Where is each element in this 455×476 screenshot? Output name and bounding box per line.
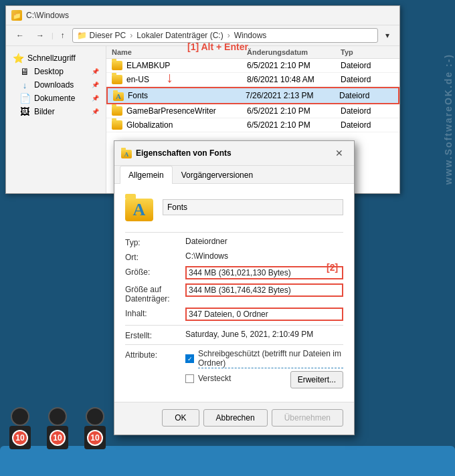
file-name-cell: GameBarPresenceWriter xyxy=(112,106,247,116)
table-row[interactable]: GameBarPresenceWriter 6/5/2021 2:10 PM D… xyxy=(106,104,399,118)
big-folder-icon: A xyxy=(125,193,153,221)
sidebar: ⭐ Schnellzugriff 🖥 Desktop 📌 ↓ Downloads… xyxy=(6,46,106,193)
cartoon-head-1 xyxy=(11,407,29,426)
dokumente-icon: 📄 xyxy=(19,94,30,103)
table-row[interactable]: ELAMBKUP 6/5/2021 2:10 PM Dateiord xyxy=(106,59,399,73)
prop-label-erstellt: Erstellt: xyxy=(125,330,185,340)
sidebar-item-downloads[interactable]: ↓ Downloads 📌 xyxy=(9,78,103,92)
file-name-label: Globalization xyxy=(126,120,173,130)
advanced-button[interactable]: Erweitert... xyxy=(290,371,343,388)
properties-dialog: A Eigenschaften von Fonts ✕ Allgemein Vo… xyxy=(114,140,355,435)
file-type: Dateiord xyxy=(341,61,394,70)
checkbox-hidden[interactable] xyxy=(185,374,194,383)
prop-row-erstellt: Erstellt: Saturday, June 5, 2021, 2:10:4… xyxy=(125,330,343,340)
bilder-icon: 🖼 xyxy=(19,107,30,116)
prop-row-ort: Ort: C:\Windows xyxy=(125,251,343,262)
sidebar-item-desktop[interactable]: 🖥 Desktop 📌 xyxy=(9,65,103,78)
hidden-row: Versteckt Erweitert... xyxy=(185,371,343,388)
sidebar-item-schnellzugriff[interactable]: ⭐ Schnellzugriff xyxy=(9,51,103,65)
watermark: www.SoftwareOK.de :-) xyxy=(443,53,454,185)
divider-3 xyxy=(125,344,343,345)
table-row[interactable]: en-US 8/6/2021 10:48 AM Dateiord xyxy=(106,73,399,87)
file-name-cell: A Fonts xyxy=(113,90,246,101)
back-button[interactable]: ← xyxy=(11,28,29,43)
breadcrumb-dropdown[interactable]: ▾ xyxy=(381,28,394,43)
prop-value-type: Dateiordner xyxy=(185,237,343,246)
prop-value-ort: C:\Windows xyxy=(185,251,343,261)
file-type: Dateiord xyxy=(339,91,393,100)
prop-row-groesse: Größe: 344 MB (361,021,130 Bytes) xyxy=(125,266,343,279)
breadcrumb-2[interactable]: Lokaler Datenträger (C:) xyxy=(136,31,223,40)
dialog-close-button[interactable]: ✕ xyxy=(331,146,347,160)
cartoon-figure-1: 10 xyxy=(9,407,31,449)
file-date: 7/26/2021 2:13 PM xyxy=(246,91,339,100)
table-surface xyxy=(0,446,455,476)
cancel-button[interactable]: Abbrechen xyxy=(203,409,268,427)
sidebar-label-desktop: Desktop xyxy=(34,67,64,76)
attr-readonly-row: ✓ Schreibgeschützt (betrifft nur Dateien… xyxy=(185,349,343,368)
col-type[interactable]: Typ xyxy=(341,48,394,56)
prop-value-groesse: 344 MB (361,021,130 Bytes) xyxy=(185,266,343,279)
breadcrumb-1[interactable]: Dieser PC xyxy=(90,31,126,40)
pin-icon-3: 📌 xyxy=(92,95,99,102)
ok-button[interactable]: OK xyxy=(162,409,199,427)
desktop-icon: 🖥 xyxy=(19,67,30,76)
tab-allgemein[interactable]: Allgemein xyxy=(120,166,173,184)
prop-value-inhalt: 347 Dateien, 0 Ordner xyxy=(185,308,343,321)
sidebar-label-dokumente: Dokumente xyxy=(34,94,75,103)
downloads-icon: ↓ xyxy=(19,80,30,90)
folder-title-icon: 📁 xyxy=(11,10,22,21)
file-name-label: Fonts xyxy=(128,91,148,100)
prop-row-inhalt: Inhalt: 347 Dateien, 0 Ordner xyxy=(125,308,343,321)
prop-label-ort: Ort: xyxy=(125,251,185,262)
tab-vorgaengerversionen[interactable]: Vorgängerversionen xyxy=(173,166,262,184)
prop-label-type: Typ: xyxy=(125,237,185,247)
folder-icon xyxy=(112,120,122,130)
star-icon: ⭐ xyxy=(13,53,23,63)
up-button[interactable]: ↑ xyxy=(56,28,70,43)
attr-hidden-row: Versteckt xyxy=(185,374,231,383)
folder-name-input[interactable] xyxy=(163,199,343,215)
checkbox-readonly[interactable]: ✓ xyxy=(185,354,194,363)
table-row-fonts[interactable]: A Fonts 7/26/2021 2:13 PM Dateiord xyxy=(106,87,399,104)
file-date: 6/5/2021 2:10 PM xyxy=(247,120,341,130)
folder-icon xyxy=(112,61,122,70)
sidebar-item-dokumente[interactable]: 📄 Dokumente 📌 xyxy=(9,92,103,105)
readonly-label: Schreibgeschützt (betrifft nur Dateien i… xyxy=(198,349,343,368)
cartoon-body-1: 10 xyxy=(9,426,31,449)
file-name-label: GameBarPresenceWriter xyxy=(126,106,216,116)
prop-value-erstellt: Saturday, June 5, 2021, 2:10:49 PM xyxy=(185,330,343,339)
folder-icon xyxy=(112,75,122,84)
explorer-titlebar: 📁 C:\Windows xyxy=(6,6,399,25)
dialog-title-icon: A xyxy=(121,148,132,158)
address-bar[interactable]: 📁 Dieser PC › Lokaler Datenträger (C:) ›… xyxy=(72,28,378,43)
prop-label-groesse-dt: Größe auf Datenträger: xyxy=(125,283,185,304)
pin-icon-2: 📌 xyxy=(92,82,99,88)
prop-row-attribute: Attribute: ✓ Schreibgeschützt (betrifft … xyxy=(125,349,343,388)
sidebar-item-bilder[interactable]: 🖼 Bilder 📌 xyxy=(9,105,103,118)
breadcrumb-3[interactable]: Windows xyxy=(234,31,267,40)
folder-icon xyxy=(112,106,122,116)
forward-button[interactable]: → xyxy=(31,28,49,43)
nav-divider: | xyxy=(52,32,54,39)
file-type: Dateiord xyxy=(341,75,394,84)
annotation-arrow: ↓ xyxy=(166,69,173,86)
divider-2 xyxy=(125,325,343,326)
divider xyxy=(125,232,343,233)
col-date[interactable]: Änderungsdatum xyxy=(247,48,341,56)
table-row[interactable]: Globalization 6/5/2021 2:10 PM Dateiord xyxy=(106,118,399,132)
apply-button[interactable]: Übernehmen xyxy=(272,409,343,427)
attributes-area: ✓ Schreibgeschützt (betrifft nur Dateien… xyxy=(185,349,343,388)
sidebar-label-schnellzugriff: Schnellzugriff xyxy=(27,53,76,63)
fonts-folder-icon: A xyxy=(113,90,124,101)
file-name-label: en-US xyxy=(126,75,149,84)
badge-2: 10 xyxy=(50,430,66,446)
file-name-label: ELAMBKUP xyxy=(126,61,170,70)
dialog-titlebar: A Eigenschaften von Fonts ✕ xyxy=(114,141,354,166)
cartoon-figure-3: 10 xyxy=(84,407,106,449)
file-name-cell: Globalization xyxy=(112,120,247,130)
dialog-title-text: Eigenschaften von Fonts xyxy=(136,148,232,158)
sidebar-label-downloads: Downloads xyxy=(34,80,74,90)
prop-label-attribute: Attribute: xyxy=(125,349,185,360)
hidden-label: Versteckt xyxy=(198,374,231,383)
